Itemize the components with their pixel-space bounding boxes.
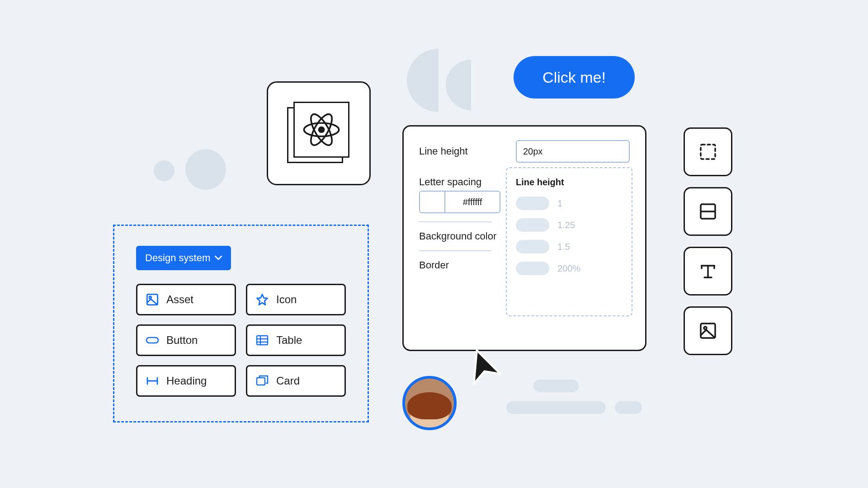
image-icon: [146, 293, 159, 306]
color-preview: [420, 192, 445, 212]
tool-split-horizontal[interactable]: [684, 187, 732, 236]
decorative-circle: [154, 160, 175, 181]
react-logo-card: [267, 81, 371, 185]
option-pill: [516, 240, 549, 253]
decorative-circle: [185, 149, 226, 190]
tool-text[interactable]: [684, 247, 732, 296]
prop-background-label: Background color: [419, 230, 505, 242]
tool-select-marquee[interactable]: [684, 127, 732, 176]
color-swatch-input[interactable]: #ffffff: [419, 191, 500, 213]
line-height-option[interactable]: 1.5: [516, 240, 623, 253]
component-table[interactable]: Table: [246, 324, 346, 356]
option-pill: [516, 262, 549, 275]
click-me-label: Click me!: [542, 69, 606, 86]
dropdown-label: Design system: [145, 252, 210, 264]
component-card[interactable]: Card: [246, 365, 346, 397]
component-label: Card: [276, 375, 300, 387]
decorative-halfcircle: [407, 49, 439, 112]
card-icon: [255, 374, 269, 388]
star-icon: [255, 293, 269, 306]
properties-panel: Line height 20px Letter spacing #ffffff …: [402, 125, 646, 351]
tool-strip: [684, 127, 732, 355]
tool-image[interactable]: [684, 306, 732, 355]
prop-line-height-label: Line height: [419, 145, 505, 157]
design-system-dropdown[interactable]: Design system: [136, 246, 231, 270]
svg-rect-7: [257, 336, 268, 345]
option-pill: [516, 197, 549, 210]
component-label: Heading: [166, 375, 207, 387]
skeleton-bar: [533, 380, 579, 392]
prop-line-height-input[interactable]: 20px: [516, 140, 630, 163]
divider: [419, 221, 491, 222]
svg-rect-6: [146, 338, 158, 343]
react-atom-icon: [301, 109, 342, 150]
color-hex-value: #ffffff: [445, 197, 500, 207]
divider: [419, 250, 491, 251]
component-label: Button: [166, 334, 198, 347]
select-marquee-icon: [698, 142, 718, 162]
svg-point-3: [318, 127, 325, 133]
cursor-arrow-icon: [462, 345, 503, 386]
popover-title: Line height: [516, 177, 623, 188]
option-pill: [516, 218, 549, 232]
pill-icon: [146, 333, 159, 347]
component-button[interactable]: Button: [136, 324, 236, 356]
split-horizontal-icon: [698, 202, 718, 221]
click-me-button[interactable]: Click me!: [514, 56, 635, 99]
line-height-popover: Line height 1 1.25 1.5 200%: [506, 167, 632, 316]
table-icon: [255, 333, 269, 347]
component-label: Icon: [276, 293, 297, 306]
line-height-option[interactable]: 200%: [516, 262, 623, 275]
chevron-down-icon: [215, 256, 222, 260]
prop-letter-spacing-label: Letter spacing: [419, 176, 505, 188]
component-label: Asset: [166, 293, 193, 306]
svg-rect-14: [257, 378, 265, 385]
heading-icon: [146, 374, 159, 388]
decorative-halfcircle: [446, 60, 471, 110]
line-height-option[interactable]: 1: [516, 197, 623, 210]
component-asset[interactable]: Asset: [136, 284, 236, 315]
component-heading[interactable]: Heading: [136, 365, 236, 397]
prop-border-label: Border: [419, 259, 505, 271]
svg-rect-15: [701, 145, 715, 159]
skeleton-bar: [506, 401, 606, 414]
component-label: Table: [276, 334, 302, 347]
user-avatar[interactable]: [402, 376, 457, 430]
image-tool-icon: [698, 321, 718, 341]
line-height-option[interactable]: 1.25: [516, 218, 623, 232]
design-system-panel: Design system Asset Icon: [113, 225, 369, 422]
svg-point-5: [149, 296, 151, 299]
skeleton-bar: [615, 401, 642, 414]
component-icon[interactable]: Icon: [246, 284, 346, 315]
text-icon: [698, 261, 718, 281]
